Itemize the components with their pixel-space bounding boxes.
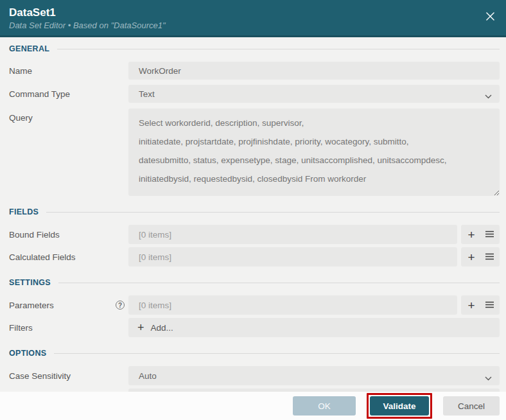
bound-fields-add-button[interactable]: + xyxy=(464,227,479,242)
command-type-value: Text xyxy=(139,89,155,99)
query-label: Query xyxy=(9,109,128,123)
section-divider xyxy=(58,283,500,283)
command-type-row: Command Type Text xyxy=(9,85,500,103)
ok-button[interactable]: OK xyxy=(293,396,356,416)
chevron-down-icon xyxy=(485,91,492,101)
section-fields-heading: FIELDS xyxy=(9,207,500,217)
calculated-fields-input[interactable]: [0 items] xyxy=(128,247,457,267)
query-row: Query Select workorderid, description, s… xyxy=(9,109,500,196)
plus-icon: + xyxy=(137,322,144,333)
cancel-button[interactable]: Cancel xyxy=(443,396,500,416)
query-textarea[interactable]: Select workorderid, description, supervi… xyxy=(128,109,500,196)
filters-add-button[interactable]: + Add... xyxy=(128,318,500,337)
parameters-menu-button[interactable] xyxy=(482,297,497,313)
calculated-fields-add-button[interactable]: + xyxy=(464,249,479,265)
name-row: Name WorkOrder xyxy=(9,62,500,80)
plus-icon: + xyxy=(467,251,475,263)
bound-fields-menu-button[interactable] xyxy=(482,227,497,242)
section-divider xyxy=(57,49,500,49)
dialog-subtitle: Data Set Editor • Based on "DataSource1" xyxy=(9,20,496,31)
parameters-add-button[interactable]: + xyxy=(464,297,479,313)
bound-fields-label: Bound Fields xyxy=(9,230,128,240)
case-sensitivity-label: Case Sensitivity xyxy=(9,371,128,381)
bound-fields-input[interactable]: [0 items] xyxy=(128,225,457,244)
name-input[interactable]: WorkOrder xyxy=(128,62,500,80)
calculated-fields-row: Calculated Fields [0 items] + xyxy=(9,247,500,267)
chevron-down-icon xyxy=(485,373,492,383)
validate-button[interactable]: Validate xyxy=(370,396,429,416)
parameters-label: Parameters xyxy=(9,301,54,310)
dataset-editor-dialog: DataSet1 Data Set Editor • Based on "Dat… xyxy=(0,0,506,420)
parameters-input[interactable]: [0 items] xyxy=(128,295,457,315)
validate-highlight-annotation: Validate xyxy=(367,393,432,419)
section-fields-label: FIELDS xyxy=(9,207,39,216)
command-type-label: Command Type xyxy=(9,89,128,99)
calculated-fields-menu-button[interactable] xyxy=(482,249,497,265)
bound-fields-row: Bound Fields [0 items] + xyxy=(9,225,500,244)
filters-row: Filters + Add... xyxy=(9,318,500,337)
section-settings-label: SETTINGS xyxy=(9,278,51,287)
section-general-heading: GENERAL xyxy=(9,44,500,54)
parameters-row: Parameters ? [0 items] + xyxy=(9,295,500,315)
section-general-label: GENERAL xyxy=(9,44,49,53)
calculated-fields-label: Calculated Fields xyxy=(9,252,128,262)
hamburger-icon xyxy=(485,252,494,262)
bound-fields-actions: + xyxy=(461,225,500,244)
section-options-label: OPTIONS xyxy=(9,349,46,358)
case-sensitivity-select[interactable]: Auto xyxy=(128,366,500,385)
plus-icon: + xyxy=(467,299,475,311)
filters-label: Filters xyxy=(9,323,128,333)
dialog-header: DataSet1 Data Set Editor • Based on "Dat… xyxy=(0,0,506,37)
hamburger-icon xyxy=(485,230,494,240)
filters-add-label: Add... xyxy=(151,323,173,333)
dialog-body: GENERAL Name WorkOrder Command Type Text… xyxy=(0,44,506,407)
name-label: Name xyxy=(9,66,128,76)
command-type-select[interactable]: Text xyxy=(128,85,500,103)
dialog-footer: OK Validate Cancel xyxy=(0,392,506,420)
close-button[interactable] xyxy=(483,10,497,24)
plus-icon: + xyxy=(467,229,475,241)
parameters-actions: + xyxy=(461,295,500,315)
section-options-heading: OPTIONS xyxy=(9,348,500,358)
close-icon xyxy=(485,12,495,23)
section-settings-heading: SETTINGS xyxy=(9,277,500,288)
section-divider xyxy=(54,353,500,354)
calculated-fields-actions: + xyxy=(461,247,500,267)
help-icon[interactable]: ? xyxy=(116,301,125,310)
case-sensitivity-value: Auto xyxy=(139,371,157,381)
hamburger-icon xyxy=(485,301,494,310)
section-divider xyxy=(46,212,500,213)
dialog-title: DataSet1 xyxy=(9,6,496,19)
case-sensitivity-row: Case Sensitivity Auto xyxy=(9,366,500,385)
